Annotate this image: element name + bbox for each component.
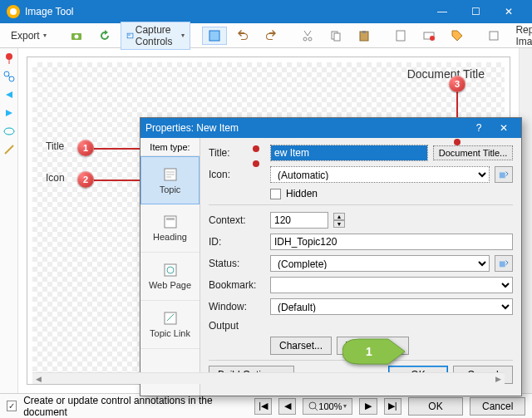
marker-red-icon[interactable] bbox=[2, 52, 16, 65]
capture-icon bbox=[126, 29, 134, 42]
zoom-icon bbox=[308, 401, 318, 411]
doc-title-text: Document Title bbox=[407, 67, 485, 81]
annotate-label: Create or update control annotations in … bbox=[23, 395, 241, 418]
item-type-label: Item type: bbox=[140, 138, 200, 156]
cut-icon bbox=[301, 29, 314, 42]
picker-icon bbox=[499, 258, 509, 269]
id-label: ID: bbox=[209, 236, 265, 248]
window-select[interactable]: (Default) bbox=[270, 298, 513, 315]
svg-point-13 bbox=[430, 36, 435, 41]
svg-rect-4 bbox=[209, 31, 219, 41]
topiclink-icon bbox=[162, 311, 179, 326]
hidden-checkbox[interactable] bbox=[270, 189, 281, 199]
doc-icon bbox=[394, 29, 407, 42]
cut-button[interactable] bbox=[295, 27, 320, 45]
tool-c-button[interactable] bbox=[445, 27, 470, 45]
tab-webpage[interactable]: Web Page bbox=[140, 253, 200, 301]
icon-picker-button[interactable] bbox=[495, 166, 513, 183]
left-tool-strip bbox=[0, 48, 18, 393]
callout-2[interactable]: 2 bbox=[77, 171, 94, 188]
tool-d-button[interactable] bbox=[481, 27, 506, 45]
output-label: Output bbox=[209, 320, 265, 332]
shape-oval-icon[interactable] bbox=[2, 125, 16, 138]
heading-icon bbox=[162, 214, 179, 229]
redo-button[interactable] bbox=[259, 27, 283, 45]
edit-mode-icon bbox=[208, 29, 221, 42]
canvas[interactable]: Document Title Title Icon 1 2 3 Properti… bbox=[27, 57, 510, 385]
capture-controls-menu[interactable]: Capture Controls bbox=[121, 22, 191, 50]
replace-image-menu[interactable]: Replace Image bbox=[510, 22, 532, 50]
close-button[interactable]: ✕ bbox=[492, 0, 525, 23]
arrow-right-icon[interactable] bbox=[2, 106, 16, 120]
svg-rect-14 bbox=[490, 32, 498, 40]
redo-icon bbox=[264, 29, 278, 42]
tab-topic[interactable]: Topic bbox=[140, 156, 200, 204]
undo-button[interactable] bbox=[230, 27, 255, 45]
callout-1[interactable]: 1 bbox=[77, 140, 94, 156]
context-spin-down[interactable]: ▼ bbox=[333, 220, 345, 228]
connector-2 bbox=[94, 179, 144, 181]
status-config-button[interactable] bbox=[495, 255, 513, 272]
svg-rect-10 bbox=[362, 31, 366, 33]
svg-rect-25 bbox=[165, 312, 176, 324]
tool-b-button[interactable] bbox=[416, 27, 441, 45]
connector-dot-3 bbox=[454, 139, 461, 145]
nav-prev-button[interactable]: ◀ bbox=[278, 398, 296, 415]
annotate-icon bbox=[422, 29, 436, 42]
callout-3[interactable]: 3 bbox=[449, 76, 466, 92]
document-title-button[interactable]: Document Title... bbox=[433, 145, 513, 160]
svg-rect-8 bbox=[334, 33, 340, 41]
zoom-menu[interactable]: 100% bbox=[303, 398, 352, 415]
refresh-button[interactable] bbox=[92, 27, 117, 45]
minimize-button[interactable]: — bbox=[426, 0, 459, 23]
camera-button[interactable] bbox=[64, 27, 89, 45]
footer-cancel-button[interactable]: Cancel bbox=[470, 397, 525, 416]
export-menu[interactable]: Export bbox=[5, 27, 52, 44]
line-tool-icon[interactable] bbox=[2, 143, 16, 156]
nav-next-button[interactable]: ▶ bbox=[359, 398, 377, 415]
nav-first-button[interactable]: |◀ bbox=[254, 398, 272, 415]
connector-dot-2 bbox=[253, 160, 259, 167]
title-bar: Image Tool — ☐ ✕ bbox=[0, 0, 532, 23]
hidden-label: Hidden bbox=[286, 188, 318, 199]
svg-rect-22 bbox=[166, 218, 175, 220]
context-spin-up[interactable]: ▲ bbox=[333, 213, 345, 220]
dialog-form: Title: ew Item Document Title... Icon: (… bbox=[200, 138, 521, 396]
annotate-checkbox[interactable]: ✓ bbox=[7, 401, 17, 411]
bookmark-select[interactable] bbox=[270, 277, 513, 293]
copy-button[interactable] bbox=[323, 27, 348, 45]
link-blue-icon[interactable] bbox=[2, 70, 16, 83]
label-title: Title bbox=[46, 140, 64, 152]
charset-button[interactable]: Charset... bbox=[270, 337, 332, 355]
svg-point-19 bbox=[4, 128, 14, 135]
paste-button[interactable] bbox=[352, 27, 377, 45]
h-scrollbar[interactable]: ◀ ▶ bbox=[32, 372, 505, 384]
status-select[interactable]: (Complete) bbox=[270, 255, 490, 272]
icon-label: Icon: bbox=[209, 169, 265, 180]
tab-topiclink[interactable]: Topic Link bbox=[140, 301, 200, 349]
connector-dot-1 bbox=[253, 145, 259, 152]
tag-icon bbox=[451, 29, 464, 42]
maximize-button[interactable]: ☐ bbox=[459, 0, 492, 23]
label-icon: Icon bbox=[46, 172, 65, 184]
tool-a-button[interactable] bbox=[388, 27, 413, 45]
topic-icon bbox=[162, 167, 179, 182]
dialog-close-button[interactable]: ✕ bbox=[491, 122, 516, 134]
title-input[interactable]: ew Item bbox=[271, 145, 427, 160]
icon-select[interactable]: (Automatic) bbox=[270, 166, 490, 183]
svg-rect-26 bbox=[500, 172, 505, 178]
dialog-help-button[interactable]: ? bbox=[466, 122, 491, 134]
webpage-icon bbox=[162, 263, 179, 278]
nav-last-button[interactable]: ▶| bbox=[384, 398, 401, 415]
arrow-left-icon[interactable] bbox=[2, 88, 16, 101]
svg-point-6 bbox=[308, 37, 312, 41]
id-input[interactable] bbox=[270, 234, 513, 250]
svg-rect-11 bbox=[397, 31, 405, 41]
tab-heading[interactable]: Heading bbox=[140, 204, 200, 253]
edit-mode-button[interactable] bbox=[202, 27, 227, 45]
context-input[interactable] bbox=[270, 212, 328, 229]
templates-button[interactable]: Templates... bbox=[337, 337, 409, 355]
footer-ok-button[interactable]: OK bbox=[408, 397, 464, 416]
paste-icon bbox=[357, 29, 371, 42]
svg-point-28 bbox=[309, 402, 316, 409]
